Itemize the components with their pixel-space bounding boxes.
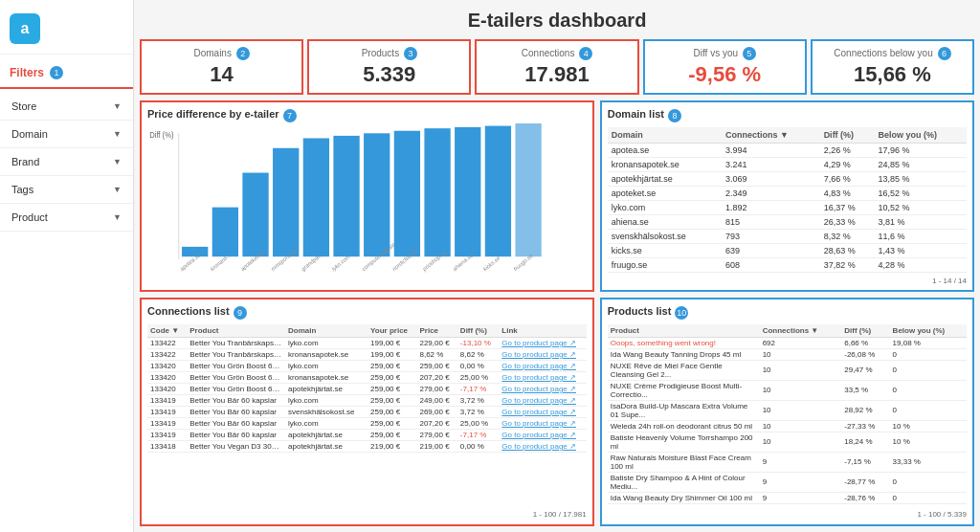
below-cell: 16,52 % [875,187,967,201]
product-link[interactable]: Go to product page ↗ [501,396,576,405]
product-link[interactable]: Go to product page ↗ [501,385,576,393]
diff-cell: 26,33 % [820,215,875,230]
below-cell: 11,6 % [875,230,967,244]
logo: a [10,13,40,44]
chart-title: Price difference by e-tailer [147,108,279,120]
list-item: NUXE Crème Prodigieuse Boost Multi-Corre… [608,380,967,400]
list-item: Ida Wang Beauty Dry Shimmer Oil 100 ml 9… [608,492,967,503]
main-content: E-tailers dashboard Domains 2 14 Product… [134,0,980,532]
list-item: 133420 Better You Grön Boost 60 kaplar k… [147,371,587,383]
conn-col-diff[interactable]: Diff (%) [457,324,499,338]
svg-text:kicks.se: kicks.se [482,255,501,273]
svg-rect-4 [242,173,268,257]
filter-brand[interactable]: Brand ▼ [0,148,133,176]
list-item: 133422 Better You Tranbärskapslar 90 k..… [147,348,587,360]
connections-cell: 793 [722,230,820,244]
col-diff[interactable]: Diff (%) [820,127,875,144]
list-item: Weleda 24h roll-on deodorant citrus 50 m… [608,420,967,432]
list-item: 133419 Better You Bär 60 kapslar lyko.co… [147,417,587,429]
product-link[interactable]: Go to product page ↗ [501,431,576,439]
product-link[interactable]: Go to product page ↗ [501,408,576,416]
below-cell: 3,81 % [875,215,967,230]
below-cell: 17,96 % [875,144,967,158]
domain-arrow-icon: ▼ [113,129,122,139]
list-item: Batiste Heavenly Volume Torrshampo 200 m… [608,432,967,452]
conn-col-yourprice[interactable]: Your price [368,324,416,338]
stat-domains: Domains 2 14 [140,39,303,95]
list-item: NUXE Rêve de Miel Face Gentle Cleansing … [608,360,967,380]
table-row: kicks.se 639 28,63 % 1,43 % [608,244,967,258]
connections-page-info: 1 - 100 / 17.981 [147,510,587,519]
product-link[interactable]: Go to product page ↗ [501,339,576,347]
conn-col-price[interactable]: Price [416,324,457,338]
product-link[interactable]: Go to product page ↗ [501,362,576,370]
products-list-title: Products list [608,305,672,317]
connections-cell: 3.241 [722,158,820,172]
conn-col-product[interactable]: Product [187,324,285,338]
middle-row: Price difference by e-tailer 7 Diff (%) [140,100,974,292]
product-link[interactable]: Go to product page ↗ [501,350,576,359]
product-link[interactable]: Go to product page ↗ [501,419,576,428]
diff-cell: 4,29 % [820,158,875,172]
prod-col-connections[interactable]: Connections ▼ [760,324,842,338]
chart-area: Diff (%) [147,123,587,284]
list-item: 133420 Better You Grön Boost 60 kaplar l… [147,360,587,371]
col-below[interactable]: Below you (%) [875,127,967,144]
filter-product[interactable]: Product ▼ [0,204,133,232]
diff-cell: 28,63 % [820,244,875,258]
list-item: Ida Wang Beauty Tanning Drops 45 ml 10 -… [608,348,967,360]
price-diff-chart-section: Price difference by e-tailer 7 Diff (%) [140,100,594,292]
list-item: 133419 Better You Bär 60 kapslar svenskh… [147,406,587,417]
connections-cell: 608 [722,258,820,273]
svg-text:Diff (%): Diff (%) [149,130,174,141]
list-item: 133418 Better You Vegan D3 3000IE -... a… [147,440,587,452]
below-cell: 10,52 % [875,201,967,215]
svg-rect-10 [424,128,450,256]
below-cell: 13,85 % [875,172,967,187]
svg-rect-7 [333,136,359,256]
prod-col-below[interactable]: Below you (%) [890,324,967,338]
connections-cell: 1.892 [722,201,820,215]
domain-table: Domain Connections ▼ Diff (%) Below you … [608,127,967,273]
svg-rect-3 [212,208,238,257]
conn-col-code[interactable]: Code ▼ [147,324,187,338]
connections-list-section: Connections list 9 Code ▼ Product Domain… [140,298,594,526]
col-connections[interactable]: Connections ▼ [722,127,820,144]
store-arrow-icon: ▼ [113,101,122,111]
svg-rect-8 [364,133,390,256]
below-cell: 1,43 % [875,244,967,258]
prod-col-diff[interactable]: Diff (%) [841,324,889,338]
filters-label: Filters [10,66,44,79]
domain-list-num: 8 [668,109,681,122]
filter-store[interactable]: Store ▼ [0,93,133,121]
sidebar-header: a [0,8,133,55]
svg-rect-11 [455,127,480,256]
product-link[interactable]: Go to product page ↗ [501,373,576,382]
connections-cell: 3.994 [722,144,820,158]
page-title: E-tailers dashboard [140,6,974,39]
connections-cell: 3.069 [722,172,820,187]
table-row: lyko.com 1.892 16,37 % 10,52 % [608,201,967,215]
stat-below: Connections below you 6 15,66 % [811,39,974,95]
col-domain[interactable]: Domain [608,127,722,144]
products-page-info: 1 - 100 / 5.339 [608,510,967,519]
table-row: ahiena.se 815 26,33 % 3,81 % [608,215,967,230]
conn-col-link: Link [499,324,586,338]
svg-rect-9 [394,131,420,256]
diff-cell: 8,32 % [820,230,875,244]
list-item: Ooops, something went wrong! 692 6,66 % … [608,337,967,348]
domain-cell: apotekhjärtat.se [608,172,722,187]
diff-cell: 2,26 % [820,144,875,158]
conn-col-domain[interactable]: Domain [285,324,368,338]
domain-cell: fruugo.se [608,258,722,273]
filter-tags[interactable]: Tags ▼ [0,176,133,204]
domain-cell: ahiena.se [608,215,722,230]
domain-cell: apotea.se [608,144,722,158]
prod-col-product[interactable]: Product [608,324,760,338]
list-item: 133419 Better You Bär 60 kapslar apotekh… [147,429,587,440]
products-list-num: 10 [675,306,688,320]
filter-domain[interactable]: Domain ▼ [0,121,133,148]
product-arrow-icon: ▼ [113,212,122,222]
product-link[interactable]: Go to product page ↗ [501,442,576,451]
stats-row: Domains 2 14 Products 3 5.339 Connection… [140,39,974,95]
